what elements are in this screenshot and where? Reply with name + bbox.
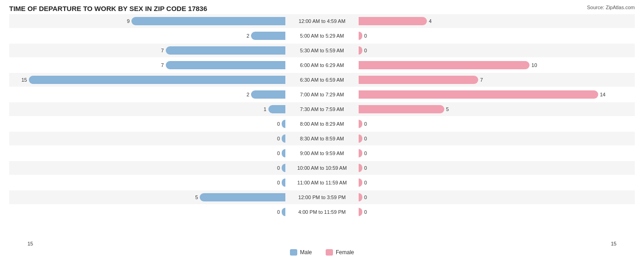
table-row: 9 12:00 AM to 4:59 AM 4	[9, 14, 635, 28]
male-value-label: 5	[195, 195, 200, 200]
left-bar-container: 9	[9, 16, 285, 26]
table-row: 1 7:30 AM to 7:59 AM 5	[9, 102, 635, 116]
bar-section: 15 6:30 AM to 6:59 AM 7	[9, 73, 635, 87]
male-bar: 7	[166, 46, 285, 55]
table-row: 2 5:00 AM to 5:29 AM 0	[9, 29, 635, 43]
table-row: 0 8:30 AM to 8:59 AM 0	[9, 132, 635, 145]
female-bar: 5	[359, 105, 444, 113]
bar-section: 2 5:00 AM to 5:29 AM 0	[9, 29, 635, 43]
legend-male-box	[290, 249, 297, 256]
female-bar: 0	[359, 164, 362, 172]
table-row: 7 5:30 AM to 5:59 AM 0	[9, 44, 635, 57]
legend: Male Female	[9, 249, 635, 256]
male-bar: 2	[251, 32, 285, 40]
right-bar-container: 4	[359, 16, 635, 26]
right-bar-container: 0	[359, 192, 635, 202]
bar-section: 0 8:30 AM to 8:59 AM 0	[9, 132, 635, 145]
male-bar: 0	[282, 208, 285, 216]
male-bar: 0	[282, 120, 285, 128]
time-label: 5:00 AM to 5:29 AM	[285, 33, 359, 39]
table-row: 2 7:00 AM to 7:29 AM 14	[9, 88, 635, 101]
male-value-label: 2	[246, 92, 251, 97]
left-bar-container: 0	[9, 134, 285, 144]
chart-title: TIME OF DEPARTURE TO WORK BY SEX IN ZIP …	[9, 5, 635, 12]
legend-male: Male	[290, 249, 312, 256]
legend-male-label: Male	[300, 249, 312, 256]
bar-section: 0 9:00 AM to 9:59 AM 0	[9, 146, 635, 160]
right-bar-container: 0	[359, 119, 635, 129]
right-bar-container: 14	[359, 89, 635, 100]
time-label: 8:00 AM to 8:29 AM	[285, 121, 359, 127]
left-bar-container: 0	[9, 207, 285, 217]
female-bar: 0	[359, 208, 362, 216]
right-bar-container: 0	[359, 163, 635, 173]
right-bar-container: 0	[359, 134, 635, 144]
axis-bottom: 15 15	[9, 239, 635, 246]
time-label: 11:00 AM to 11:59 AM	[285, 180, 359, 185]
left-bar-container: 15	[9, 75, 285, 85]
left-bar-container: 0	[9, 148, 285, 158]
male-bar: 2	[251, 90, 285, 99]
time-label: 7:00 AM to 7:29 AM	[285, 92, 359, 97]
bar-section: 0 8:00 AM to 8:29 AM 0	[9, 117, 635, 131]
right-bar-container: 5	[359, 104, 635, 114]
male-bar: 0	[282, 164, 285, 172]
right-bar-container: 0	[359, 31, 635, 41]
female-value-label: 10	[529, 62, 537, 68]
male-bar: 9	[131, 17, 285, 25]
table-row: 15 6:30 AM to 6:59 AM 7	[9, 73, 635, 87]
female-value-label: 5	[444, 106, 449, 112]
female-value-label: 14	[598, 92, 606, 97]
time-label: 12:00 PM to 3:59 PM	[285, 195, 359, 200]
bar-section: 7 6:00 AM to 6:29 AM 10	[9, 58, 635, 72]
right-bar-container: 0	[359, 148, 635, 158]
bar-section: 2 7:00 AM to 7:29 AM 14	[9, 88, 635, 101]
time-label: 7:30 AM to 7:59 AM	[285, 106, 359, 112]
female-bar: 14	[359, 90, 598, 99]
axis-right-label: 15	[611, 241, 617, 246]
left-bar-container: 0	[9, 163, 285, 173]
right-bar-container: 10	[359, 60, 635, 70]
left-bar-container: 2	[9, 89, 285, 100]
left-bar-container: 7	[9, 60, 285, 70]
legend-female-label: Female	[336, 249, 354, 256]
bar-section: 9 12:00 AM to 4:59 AM 4	[9, 14, 635, 28]
left-bar-container: 1	[9, 104, 285, 114]
table-row: 0 8:00 AM to 8:29 AM 0	[9, 117, 635, 131]
male-bar: 7	[166, 61, 285, 69]
left-bar-container: 7	[9, 45, 285, 56]
left-bar-container: 2	[9, 31, 285, 41]
male-bar: 5	[200, 193, 285, 201]
male-bar: 0	[282, 134, 285, 143]
right-bar-container: 0	[359, 45, 635, 56]
male-value-label: 15	[22, 77, 29, 83]
bar-section: 7 5:30 AM to 5:59 AM 0	[9, 44, 635, 57]
axis-left-label: 15	[27, 241, 33, 246]
bar-section: 0 10:00 AM to 10:59 AM 0	[9, 161, 635, 175]
bar-section: 1 7:30 AM to 7:59 AM 5	[9, 102, 635, 116]
female-bar: 0	[359, 32, 362, 40]
male-bar: 1	[268, 105, 285, 113]
female-bar: 4	[359, 17, 427, 25]
table-row: 0 4:00 PM to 11:59 PM 0	[9, 205, 635, 219]
right-bar-container: 0	[359, 207, 635, 217]
time-label: 8:30 AM to 8:59 AM	[285, 136, 359, 141]
female-bar: 10	[359, 61, 529, 69]
bar-section: 0 4:00 PM to 11:59 PM 0	[9, 205, 635, 219]
time-label: 6:30 AM to 6:59 AM	[285, 77, 359, 83]
male-bar: 0	[282, 149, 285, 157]
table-row: 0 10:00 AM to 10:59 AM 0	[9, 161, 635, 175]
bar-section: 5 12:00 PM to 3:59 PM 0	[9, 190, 635, 204]
legend-female: Female	[326, 249, 354, 256]
female-bar: 0	[359, 46, 362, 55]
female-bar: 0	[359, 134, 362, 143]
legend-female-box	[326, 249, 333, 256]
time-label: 10:00 AM to 10:59 AM	[285, 165, 359, 171]
male-bar: 0	[282, 178, 285, 187]
male-value-label: 9	[127, 18, 131, 24]
male-value-label: 7	[161, 48, 166, 53]
male-value-label: 7	[161, 62, 166, 68]
male-value-label: 1	[264, 106, 268, 112]
female-bar: 0	[359, 149, 362, 157]
female-bar: 0	[359, 178, 362, 187]
